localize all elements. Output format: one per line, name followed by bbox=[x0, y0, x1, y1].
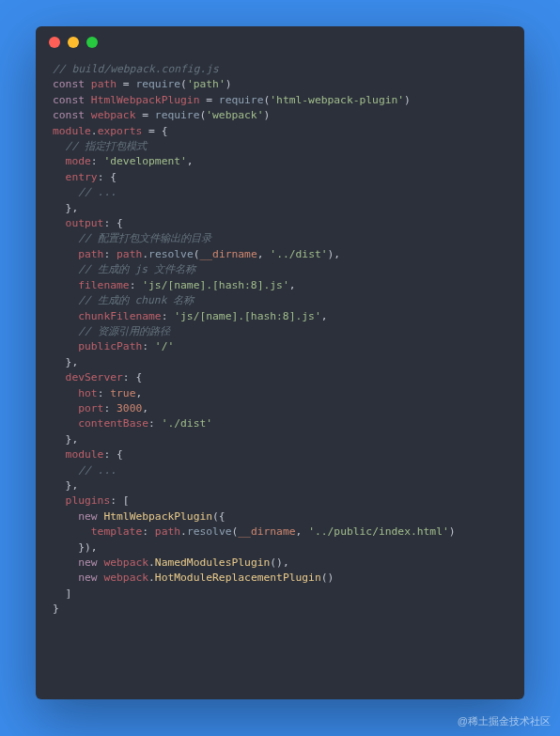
val-filename: 'js/[name].[hash:8].js' bbox=[142, 279, 288, 291]
key-output: output bbox=[66, 217, 104, 229]
dirname: __dirname bbox=[200, 248, 257, 260]
comment-file: // build/webpack.config.js bbox=[53, 63, 219, 75]
str-dist: '../dist' bbox=[270, 248, 327, 260]
fn-require: require bbox=[135, 78, 180, 90]
val-port: 3000 bbox=[117, 402, 142, 415]
var-path: path bbox=[91, 78, 117, 90]
key-chunkfilename: chunkFilename bbox=[78, 310, 161, 322]
key-filename: filename bbox=[78, 279, 129, 291]
class-htmlwebpackplugin: HtmlWebpackPlugin bbox=[103, 510, 212, 523]
kw-new: new bbox=[78, 510, 97, 523]
code-window: // build/webpack.config.js const path = … bbox=[36, 26, 524, 699]
class-hmr: HotModuleReplacementPlugin bbox=[155, 572, 321, 584]
comment-filename: // 生成的 js 文件名称 bbox=[78, 263, 195, 275]
comment-outpath: // 配置打包文件输出的目录 bbox=[78, 232, 210, 244]
val-mode: 'development' bbox=[103, 155, 186, 167]
key-publicpath: publicPath bbox=[78, 340, 142, 352]
str-webpack: 'webpack' bbox=[206, 109, 263, 121]
key-path: path bbox=[78, 248, 103, 260]
maximize-icon[interactable] bbox=[86, 37, 98, 48]
class-namedmodules: NamedModulesPlugin bbox=[155, 556, 270, 569]
key-hot: hot bbox=[78, 387, 97, 399]
var-webpack: webpack bbox=[91, 109, 136, 121]
key-module: module bbox=[66, 448, 104, 461]
close-icon[interactable] bbox=[49, 37, 60, 48]
comment-publicpath: // 资源引用的路径 bbox=[78, 325, 169, 337]
exports: exports bbox=[98, 125, 143, 137]
comment-mode: // 指定打包模式 bbox=[66, 140, 147, 152]
comment-chunk: // 生成的 chunk 名称 bbox=[78, 294, 194, 306]
kw-const: const bbox=[53, 78, 85, 90]
key-template: template bbox=[91, 525, 142, 538]
val-contentbase: './dist' bbox=[162, 417, 212, 430]
key-entry: entry bbox=[66, 171, 98, 183]
str-path: 'path' bbox=[187, 78, 226, 90]
fn-resolve: resolve bbox=[148, 248, 194, 260]
key-devserver: devServer bbox=[66, 371, 123, 384]
var-htmlplugin: HtmlWebpackPlugin bbox=[91, 94, 200, 106]
val-true: true bbox=[110, 387, 135, 399]
code-block: // build/webpack.config.js const path = … bbox=[36, 58, 524, 634]
str-indexhtml: '../public/index.html' bbox=[308, 525, 449, 538]
key-port: port bbox=[78, 402, 103, 415]
val-publicpath: '/' bbox=[155, 340, 174, 352]
module: module bbox=[53, 125, 91, 137]
key-plugins: plugins bbox=[66, 494, 111, 507]
val-chunkfilename: 'js/[name].[hash:8].js' bbox=[174, 310, 320, 322]
watermark: @稀土掘金技术社区 bbox=[458, 714, 551, 728]
window-titlebar bbox=[36, 26, 524, 58]
key-mode: mode bbox=[66, 155, 91, 167]
minimize-icon[interactable] bbox=[68, 37, 79, 48]
key-contentbase: contentBase bbox=[78, 417, 148, 430]
str-htmlplugin: 'html-webpack-plugin' bbox=[270, 94, 404, 106]
